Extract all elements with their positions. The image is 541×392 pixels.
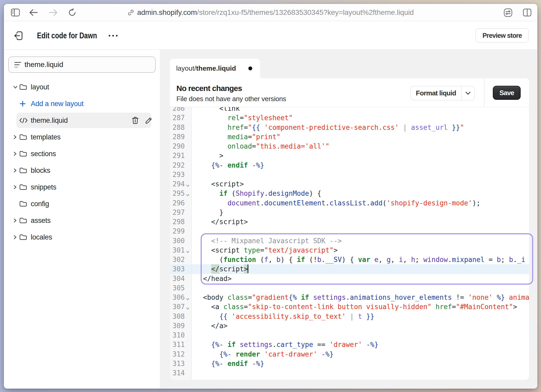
code-line-293[interactable]: 293 (170, 170, 529, 179)
line-number: 301 (170, 246, 192, 255)
code-icon (19, 118, 28, 123)
code-line-297[interactable]: 297 } (170, 208, 529, 217)
code-line-311[interactable]: 311 {%- if settings.cart_type == 'drawer… (170, 340, 529, 349)
code-line-299[interactable]: 299 (170, 226, 529, 236)
sidebar-item-label: assets (31, 212, 51, 229)
code-line-304[interactable]: 304</head> (170, 274, 529, 283)
line-number: 287 (170, 113, 192, 123)
line-number: 305 (170, 283, 192, 293)
code-line-305[interactable]: 305 (170, 283, 529, 293)
code-line-301[interactable]: 301 <script type="text/javascript"> (170, 246, 529, 255)
sidebar-item-sections[interactable]: sections (4, 145, 160, 162)
sidebar-item-label: theme.liquid (31, 112, 68, 129)
code-line-309[interactable]: 309 </a> (170, 321, 529, 330)
code-line-308[interactable]: 308 {{ 'accessibility.skip_to_text' | t … (170, 312, 529, 321)
code-text: } (192, 208, 529, 217)
code-line-303[interactable]: 303 </script> (170, 264, 529, 274)
preview-store-button[interactable]: Preview store (476, 28, 529, 42)
sidebar-item-blocks[interactable]: blocks (4, 162, 160, 179)
folder-icon (19, 150, 27, 157)
toolbar-divider (484, 78, 484, 107)
code-line-287[interactable]: 287 rel="stylesheet" (170, 113, 529, 123)
format-dropdown-arrow[interactable] (461, 86, 475, 100)
file-search-input[interactable]: theme.liquid (8, 57, 156, 73)
chevron-right-icon[interactable] (13, 218, 17, 223)
url-path: /store/rzq1xu-f5/themes/132683530345?key… (197, 8, 414, 16)
code-line-300[interactable]: 300 <!-- Mixpanel Javascript SDK --> (170, 236, 529, 246)
fold-chevron-icon[interactable] (186, 303, 190, 313)
exit-icon[interactable] (14, 31, 23, 40)
line-number: 292 (170, 161, 192, 170)
code-line-312[interactable]: 312 {%- render 'cart-drawer' -%} (170, 350, 529, 359)
app-header: Edit code for Dawn Preview store (4, 21, 537, 50)
code-line-286[interactable]: 286 <link (170, 107, 529, 113)
line-number: 288 (170, 123, 192, 132)
format-liquid-button[interactable]: Format liquid (410, 86, 475, 100)
chevron-right-icon[interactable] (13, 151, 17, 156)
code-editor[interactable]: 286 <link287 rel="stylesheet"288 href="{… (170, 107, 529, 379)
chevron-right-icon[interactable] (13, 235, 17, 240)
editor-toolbar: No recent changes File does not have any… (170, 78, 529, 107)
code-line-313[interactable]: 313 {%- endif -%} (170, 359, 529, 368)
sidebar-item-assets[interactable]: assets (4, 212, 160, 229)
code-line-291[interactable]: 291 > (170, 151, 529, 160)
page-settings-icon[interactable] (503, 4, 513, 21)
line-number: 308 (170, 312, 192, 321)
sidebar-item-locales[interactable]: locales (4, 229, 160, 246)
code-text: > (192, 151, 529, 160)
code-text: {%- render 'cart-drawer' -%} (192, 350, 529, 359)
code-line-296[interactable]: 296 document.documentElement.classList.a… (170, 198, 529, 208)
code-text: <script> (192, 179, 529, 189)
code-text: {%- endif -%} (192, 359, 529, 368)
split-view-icon[interactable] (522, 4, 532, 21)
page-title: Edit code for Dawn (37, 30, 97, 41)
save-button[interactable]: Save (493, 86, 521, 100)
trash-icon[interactable] (132, 117, 139, 124)
code-line-307[interactable]: 307 <a class="skip-to-content-link butto… (170, 302, 529, 311)
sidebar-item-templates[interactable]: templates (4, 129, 160, 145)
code-line-292[interactable]: 292 {%- endif -%} (170, 161, 529, 170)
tab-theme-liquid[interactable]: layout/theme.liquid (170, 59, 260, 78)
folder-icon (19, 133, 27, 141)
chevron-right-icon[interactable] (13, 134, 17, 140)
code-line-306[interactable]: 306<body class="gradient{% if settings.a… (170, 293, 529, 302)
chevron-right-icon[interactable] (13, 168, 17, 173)
code-text: onload="this.media='all'" (192, 142, 529, 151)
code-line-288[interactable]: 288 href="{{ 'component-predictive-searc… (170, 123, 529, 132)
code-line-302[interactable]: 302 (function (f, b) { if (!b.__SV) { va… (170, 255, 529, 264)
code-text (192, 170, 529, 179)
chevron-down-icon[interactable] (13, 85, 18, 89)
line-number: 296 (170, 198, 192, 208)
sidebar-item-snippets[interactable]: snippets (4, 179, 160, 195)
code-line-314[interactable]: 314 (170, 368, 529, 378)
code-line-filler[interactable] (170, 378, 529, 379)
line-number: 300 (170, 236, 192, 246)
sidebar-item-add-layout[interactable]: Add a new layout (4, 95, 160, 112)
sidebar-item-theme-liquid[interactable]: theme.liquid (4, 112, 160, 129)
line-number: 314 (170, 368, 192, 378)
more-actions-button[interactable] (107, 32, 119, 39)
code-text: <!-- Mixpanel Javascript SDK --> (192, 236, 529, 246)
fold-chevron-icon[interactable] (186, 190, 190, 199)
code-line-298[interactable]: 298 </script> (170, 217, 529, 226)
sidebar-item-label: locales (31, 229, 52, 246)
sidebar-item-layout[interactable]: layout (4, 79, 160, 95)
code-line-289[interactable]: 289 media="print" (170, 132, 529, 142)
sidebar-item-label: templates (31, 129, 60, 145)
code-line-295[interactable]: 295 if (Shopify.designMode) { (170, 189, 529, 198)
folder-icon (19, 183, 27, 191)
code-line-290[interactable]: 290 onload="this.media='all'" (170, 142, 529, 151)
address-bar[interactable]: admin.shopify.com/store/rzq1xu-f5/themes… (4, 4, 537, 21)
code-line-294[interactable]: 294 <script> (170, 179, 529, 189)
code-line-310[interactable]: 310 (170, 330, 529, 340)
sidebar-item-config[interactable]: config (4, 195, 160, 212)
line-number: 290 (170, 142, 192, 151)
fold-chevron-icon[interactable] (186, 294, 190, 303)
fold-chevron-icon[interactable] (186, 180, 190, 190)
sidebar-item-label: config (31, 195, 49, 212)
pencil-icon[interactable] (145, 117, 153, 124)
fold-chevron-icon[interactable] (186, 247, 190, 256)
code-text: rel="stylesheet" (192, 113, 529, 123)
chevron-right-icon[interactable] (13, 185, 17, 190)
folder-icon (19, 83, 27, 91)
